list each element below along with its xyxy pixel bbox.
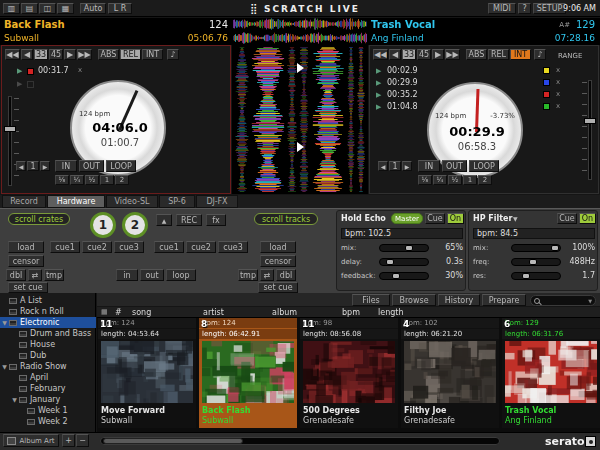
fx1-param3-slider[interactable] bbox=[379, 272, 429, 280]
deck-a-cue1-play-icon[interactable]: ▶ bbox=[17, 67, 22, 75]
auto-button[interactable]: Auto bbox=[80, 3, 106, 14]
deck-a-int-mode-button[interactable]: INT bbox=[142, 49, 163, 60]
deck-b-rewind-button[interactable]: ◀ bbox=[389, 49, 401, 60]
fx2-bpm-display[interactable]: bpm: 84.5 bbox=[473, 228, 595, 239]
fx2-param2-handle[interactable] bbox=[529, 259, 537, 265]
crate-week-2[interactable]: Week 2 bbox=[0, 416, 96, 427]
history-button[interactable]: History bbox=[438, 294, 480, 306]
deck-b-cue3-color-swatch[interactable] bbox=[543, 91, 550, 98]
deck-a-loop-out-button[interactable]: OUT bbox=[79, 160, 104, 172]
deck-a-rewind-button[interactable]: ◀ bbox=[21, 49, 33, 60]
crate-april[interactable]: April bbox=[0, 372, 96, 383]
deck-a-loop-slot-next-button[interactable]: ▶ bbox=[40, 161, 50, 171]
fx1-cue-button[interactable]: Cue bbox=[425, 213, 445, 224]
deck-b-abs-mode-button[interactable]: ABS bbox=[466, 49, 487, 60]
deck-a-fastforward-button[interactable]: ▶ bbox=[64, 49, 76, 60]
tab-dj-fx[interactable]: DJ-FX bbox=[196, 195, 238, 208]
fx2-cue-button[interactable]: Cue bbox=[557, 213, 577, 224]
fx2-param1-slider[interactable] bbox=[511, 244, 561, 252]
tab-sp-6[interactable]: SP-6 bbox=[159, 195, 195, 208]
deck-b-cue2-delete-icon[interactable]: x bbox=[556, 78, 560, 86]
deck-b-cue2-play-icon[interactable]: ▶ bbox=[376, 79, 381, 87]
deck-2-dbl-button[interactable]: dbl bbox=[276, 269, 296, 281]
deck-b-cue3-play-icon[interactable]: ▶ bbox=[376, 91, 381, 99]
search-box[interactable]: ▼ bbox=[530, 295, 596, 306]
column-artist[interactable]: artist bbox=[203, 308, 224, 317]
deck-b-loop-slot-prev-button[interactable]: ◀ bbox=[378, 161, 388, 171]
deck-2-tmp-button[interactable]: tmp bbox=[238, 269, 258, 281]
deck-2-cue2-button[interactable]: cue2 bbox=[186, 241, 216, 253]
deck-a-rel-mode-button[interactable]: REL bbox=[120, 49, 141, 60]
hw-loop-button[interactable]: loop bbox=[166, 269, 196, 281]
deck-a-loop-in-button[interactable]: IN bbox=[55, 160, 77, 172]
deck-b-fastforward-button[interactable]: ▶ bbox=[432, 49, 444, 60]
hw-loop-in-button[interactable]: in bbox=[116, 269, 138, 281]
expand-arrow-icon[interactable]: ▼ bbox=[10, 396, 19, 403]
fx1-param3-handle[interactable] bbox=[392, 273, 400, 279]
track-tile-filthy-joe[interactable]: bpm: 102 length: 06:21.20 4 Filthy Joe G… bbox=[401, 318, 499, 428]
deck-a-prev-track-button[interactable]: ◀◀ bbox=[5, 49, 20, 60]
rec-button[interactable]: REC bbox=[176, 214, 202, 226]
deck-b-cue1-delete-icon[interactable]: x bbox=[556, 66, 560, 74]
fx1-param1-slider[interactable] bbox=[379, 244, 429, 252]
prepare-button[interactable]: Prepare bbox=[482, 294, 526, 306]
fx1-param2-handle[interactable] bbox=[386, 259, 394, 265]
deck-1-dbl-button[interactable]: dbl bbox=[6, 269, 26, 281]
deck-a-loop-slot-number[interactable]: 1 bbox=[27, 161, 39, 171]
deck-b-45rpm-button[interactable]: 45 bbox=[417, 49, 431, 60]
browse-button[interactable]: Browse bbox=[392, 294, 436, 306]
deck-a-33rpm-button[interactable]: 33 bbox=[34, 49, 48, 60]
deck-a-cue1-color-swatch[interactable] bbox=[27, 68, 34, 75]
deck-b-cue2-color-swatch[interactable] bbox=[543, 79, 550, 86]
expand-arrow-icon[interactable]: ▼ bbox=[0, 319, 9, 326]
fx2-param2-slider[interactable] bbox=[511, 258, 561, 266]
tab-hardware[interactable]: Hardware bbox=[47, 195, 105, 208]
deck-b-pitch-slider-handle[interactable] bbox=[584, 118, 596, 124]
deck-a-autoloop-5-button[interactable]: 2 bbox=[115, 175, 129, 185]
deck-b-cue3-delete-icon[interactable]: x bbox=[556, 90, 560, 98]
deck-1-censor-button[interactable]: censor bbox=[8, 255, 44, 267]
crate-a-list[interactable]: A List bbox=[0, 295, 96, 306]
deck-b-cue4-color-swatch[interactable] bbox=[543, 103, 550, 110]
search-input[interactable] bbox=[543, 297, 588, 305]
view-mode-4-icon[interactable]: ▦ bbox=[57, 3, 74, 14]
deck-b-autoloop-5-button[interactable]: 2 bbox=[478, 175, 492, 185]
deck-a-pitch-slider-handle[interactable] bbox=[4, 126, 16, 132]
deck-a-autoloop-4-button[interactable]: 1 bbox=[100, 175, 114, 185]
help-button[interactable]: ? bbox=[518, 3, 531, 14]
tab-record[interactable]: Record bbox=[2, 195, 46, 208]
deck-1-load-button[interactable]: load bbox=[8, 241, 44, 253]
track-tile-trash-vocal[interactable]: bpm: 129 length: 06:31.76 6 Trash Vocal … bbox=[502, 318, 600, 428]
fx2-param3-slider[interactable] bbox=[511, 272, 561, 280]
track-tile-back-flash[interactable]: bpm: 124 length: 06:42.91 8 Back Flash S… bbox=[199, 318, 297, 428]
deck-1-cue3-button[interactable]: cue3 bbox=[114, 241, 144, 253]
view-mode-3-icon[interactable]: ◫ bbox=[39, 3, 56, 14]
deck-a-autoloop-2-button[interactable]: ¼ bbox=[70, 175, 84, 185]
expand-arrow-icon[interactable]: ▼ bbox=[0, 363, 9, 370]
deck-b-loop-out-button[interactable]: OUT bbox=[442, 160, 467, 172]
deck-a-loop-slot-prev-button[interactable]: ◀ bbox=[16, 161, 26, 171]
deck-a-autoloop-3-button[interactable]: ½ bbox=[85, 175, 99, 185]
deck-2-censor-button[interactable]: censor bbox=[260, 255, 296, 267]
crate-dub[interactable]: Dub bbox=[0, 350, 96, 361]
deck-b-33rpm-button[interactable]: 33 bbox=[402, 49, 416, 60]
column-bpm[interactable]: bpm bbox=[342, 308, 360, 317]
deck-b-range-label[interactable]: RANGE bbox=[558, 52, 582, 60]
grid-view-icon[interactable]: ▦ bbox=[101, 308, 108, 316]
deck-a-cue1-delete-icon[interactable]: x bbox=[78, 66, 82, 74]
deck-a-loop-button[interactable]: LOOP bbox=[106, 160, 136, 172]
deck-b-autoloop-3-button[interactable]: ½ bbox=[448, 175, 462, 185]
deck-2-set-cue-button[interactable]: set cue bbox=[258, 282, 298, 293]
setup-button[interactable]: SETUP bbox=[533, 3, 566, 14]
deck-a-45rpm-button[interactable]: 45 bbox=[49, 49, 63, 60]
deck-2-swap-icon[interactable]: ⇄ bbox=[260, 269, 274, 281]
deck-b-keylock-icon[interactable]: ♪ bbox=[534, 49, 546, 60]
deck-b-rel-mode-button[interactable]: REL bbox=[488, 49, 509, 60]
deck-b-autoloop-2-button[interactable]: ¼ bbox=[433, 175, 447, 185]
eject-button[interactable]: ▲ bbox=[156, 214, 172, 226]
deck-a-cue2-play-icon[interactable]: ▶ bbox=[17, 80, 22, 88]
deck-1-set-cue-button[interactable]: set cue bbox=[8, 282, 48, 293]
deck-b-autoloop-4-button[interactable]: 1 bbox=[463, 175, 477, 185]
track-tile-500-degrees[interactable]: bpm: 98 length: 08:56.08 11 500 Degrees … bbox=[300, 318, 398, 428]
view-mode-2-icon[interactable]: ▤ bbox=[21, 3, 38, 14]
